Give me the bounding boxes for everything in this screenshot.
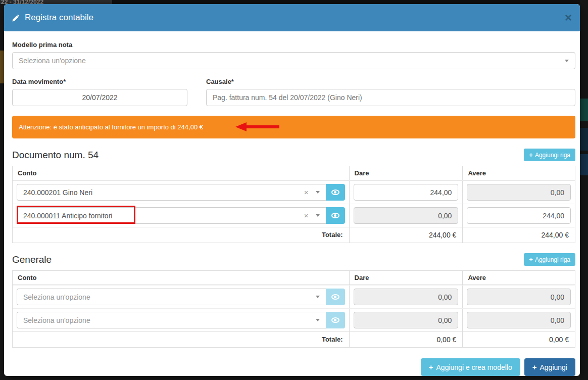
background-fragment	[580, 154, 588, 175]
total-avere: 244,00 €	[462, 227, 575, 243]
eye-icon	[331, 189, 339, 195]
aggiungi-e-crea-modello-button[interactable]: + Aggiungi e crea modello	[421, 358, 520, 376]
background-fragment	[580, 99, 588, 121]
data-movimento-input[interactable]	[12, 89, 187, 106]
date-causale-row: Data movimento* Causale*	[12, 78, 575, 106]
avere-cell	[462, 309, 575, 331]
aggiungi-button[interactable]: + Aggiungi	[524, 358, 575, 376]
documento-add-row-button[interactable]: + Aggiungi riga	[524, 149, 575, 161]
plus-icon: +	[529, 151, 533, 159]
documento-total-row: Totale: 244,00 € 244,00 €	[13, 227, 575, 243]
generale-table-header: Conto Dare Avere	[13, 271, 575, 285]
generale-avere-input-row2	[467, 312, 571, 328]
avere-input-row2[interactable]	[467, 207, 571, 224]
eye-icon	[331, 317, 339, 323]
modal-header: Registra contabile ×	[4, 4, 580, 31]
column-header-dare: Dare	[349, 166, 463, 180]
clear-icon[interactable]: ×	[304, 211, 309, 220]
conto-select-value: 240.000011 Anticipo fornitori	[23, 212, 300, 220]
total-avere: 0,00 €	[462, 332, 575, 347]
conto-select-placeholder: Seleziona un'opzione	[23, 316, 316, 324]
total-dare: 244,00 €	[349, 227, 463, 243]
conto-select-row2[interactable]: 240.000011 Anticipo fornitori ×	[17, 207, 326, 224]
modal-title: Registra contabile	[12, 13, 93, 23]
chevron-down-icon	[316, 214, 320, 217]
avere-input-row1	[467, 184, 571, 201]
background-date-range: 22 - 31/12/2022	[0, 0, 112, 4]
total-dare: 0,00 €	[349, 332, 463, 347]
chevron-down-icon	[316, 319, 320, 321]
add-row-label: Aggiungi riga	[535, 256, 570, 263]
dare-cell	[349, 181, 463, 204]
dare-cell	[349, 286, 463, 308]
dare-cell	[349, 204, 463, 227]
causale-input[interactable]	[206, 89, 575, 106]
page-root: 22 - 31/12/2022 Registra contabile × Mod…	[0, 0, 588, 380]
warning-text: Attenzione: è stato anticipato al fornit…	[19, 123, 203, 131]
close-icon[interactable]: ×	[565, 12, 572, 24]
generale-avere-input-row1	[467, 289, 571, 305]
documento-section-header: Documento num. 54 + Aggiungi riga	[12, 149, 575, 161]
modello-field-group: Modello prima nota Seleziona un'opzione	[12, 41, 575, 69]
chevron-down-icon	[565, 60, 569, 62]
column-header-conto: Conto	[13, 271, 349, 285]
warning-banner: Attenzione: è stato anticipato al fornit…	[12, 116, 575, 138]
conto-cell: Seleziona un'opzione	[13, 309, 349, 331]
generale-heading: Generale	[12, 254, 52, 265]
column-header-conto: Conto	[13, 166, 349, 180]
documento-row-2: 240.000011 Anticipo fornitori ×	[13, 204, 575, 227]
conto-cell: 240.000011 Anticipo fornitori ×	[13, 204, 349, 227]
add-row-label: Aggiungi riga	[535, 152, 570, 159]
view-account-button-disabled	[326, 312, 345, 328]
modello-select[interactable]: Seleziona un'opzione	[12, 52, 575, 69]
plus-icon: +	[529, 256, 533, 263]
generale-total-row: Totale: 0,00 € 0,00 €	[13, 331, 575, 347]
documento-heading: Documento num. 54	[12, 150, 99, 161]
background-overlay-right	[580, 0, 588, 380]
column-header-avere: Avere	[462, 271, 575, 285]
modello-select-placeholder: Seleziona un'opzione	[19, 57, 565, 65]
modal-footer: + Aggiungi e crea modello + Aggiungi	[12, 358, 575, 376]
view-account-button-disabled	[326, 289, 345, 305]
data-movimento-label: Data movimento*	[12, 78, 187, 85]
documento-table: Conto Dare Avere 240.000201 Gino Neri ×	[12, 166, 575, 243]
view-account-button[interactable]	[326, 184, 345, 201]
generale-conto-select-row2[interactable]: Seleziona un'opzione	[17, 312, 326, 328]
view-account-button[interactable]	[326, 207, 345, 224]
plus-icon: +	[429, 363, 433, 371]
chevron-down-icon	[316, 296, 320, 298]
generale-add-row-button[interactable]: + Aggiungi riga	[524, 253, 575, 266]
generale-conto-select-row1[interactable]: Seleziona un'opzione	[17, 289, 326, 305]
background-fragment	[580, 128, 588, 151]
eye-icon	[331, 294, 339, 300]
clear-icon[interactable]: ×	[304, 188, 309, 197]
causale-label: Causale*	[206, 78, 575, 85]
data-movimento-field-group: Data movimento*	[12, 78, 187, 106]
chevron-down-icon	[316, 191, 320, 194]
generale-table: Conto Dare Avere Seleziona un'opzione	[12, 270, 575, 348]
generale-row-1: Seleziona un'opzione	[13, 285, 575, 308]
registra-contabile-modal: Registra contabile × Modello prima nota …	[4, 4, 580, 376]
avere-cell	[462, 181, 575, 204]
documento-row-1: 240.000201 Gino Neri ×	[13, 180, 575, 204]
eye-icon	[331, 213, 339, 218]
avere-cell	[462, 286, 575, 308]
column-header-dare: Dare	[349, 271, 463, 285]
pencil-icon	[12, 14, 20, 22]
plus-icon: +	[532, 363, 537, 371]
total-label: Totale:	[13, 332, 349, 347]
dare-input-row1[interactable]	[354, 184, 459, 201]
conto-select-row1[interactable]: 240.000201 Gino Neri ×	[17, 184, 326, 201]
dare-cell	[349, 309, 463, 331]
documento-table-header: Conto Dare Avere	[13, 166, 575, 180]
modal-title-text: Registra contabile	[25, 13, 93, 23]
generale-dare-input-row1	[354, 289, 459, 305]
conto-cell: Seleziona un'opzione	[13, 286, 349, 308]
avere-cell	[462, 204, 575, 227]
generale-row-2: Seleziona un'opzione	[13, 308, 575, 331]
modello-label: Modello prima nota	[12, 41, 575, 49]
generale-section-header: Generale + Aggiungi riga	[12, 253, 575, 266]
background-overlay-top: 22 - 31/12/2022	[0, 0, 588, 4]
button-label: Aggiungi e crea modello	[436, 363, 512, 371]
background-fragment	[0, 51, 4, 83]
